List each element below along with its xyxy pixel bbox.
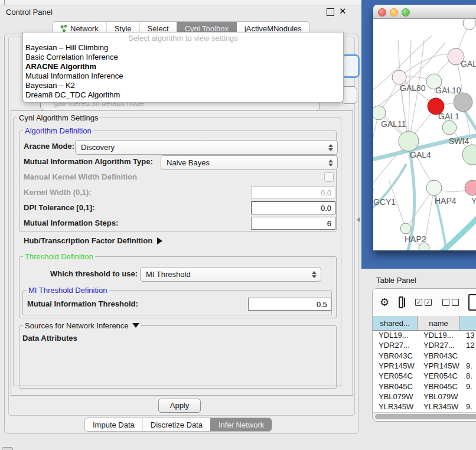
table-cell: YDR27... — [418, 341, 460, 350]
spinner-arrows-icon — [328, 159, 333, 167]
spinner-arrows-icon — [312, 271, 317, 278]
table-cell: 9. — [460, 361, 476, 370]
control-panel: Control Panel ✕ NetworkStyleSelectCyni T… — [0, 0, 361, 450]
algorithm-option-dream8-dc-tdc-algorithm[interactable]: Dream8 DC_TDC Algorithm — [25, 90, 341, 100]
which-threshold-select[interactable]: MI Threshold — [140, 267, 321, 282]
node-label: GCY1 — [373, 197, 396, 207]
network-node[interactable] — [419, 243, 429, 250]
minimize-traffic-light-icon[interactable] — [390, 8, 398, 17]
sources-group: Sources for Network Inference — [19, 321, 337, 389]
table-row[interactable]: YBL079WYBL079W — [373, 392, 476, 402]
table-cell: 9. — [460, 382, 476, 391]
network-node[interactable] — [463, 19, 476, 30]
deselect-all-icon[interactable] — [440, 299, 459, 306]
zoom-traffic-light-icon[interactable] — [402, 8, 410, 17]
tab-infer-network[interactable]: Infer Network — [210, 418, 272, 431]
node-label: GAL10 — [435, 86, 461, 95]
select-all-icon[interactable]: ✓✓ — [413, 299, 432, 306]
hub-definition-toggle[interactable]: Hub/Transcription Factor Definition — [24, 236, 162, 245]
kernel-width-label: Kernel Width (0,1): — [24, 188, 92, 197]
network-graph: GALGAL80GAL10GAL1GAL11SWI4GAL4GCY1HAP4YH… — [373, 19, 476, 250]
network-node-swi4[interactable] — [442, 120, 457, 135]
node-label: GAL1 — [438, 112, 459, 121]
kernel-width-field[interactable] — [251, 186, 335, 199]
table-cell: 8. — [460, 371, 476, 380]
algorithm-option-mutual-information-inference[interactable]: Mutual Information Inference — [25, 71, 341, 81]
mi-type-select[interactable]: Naive Bayes — [161, 155, 338, 170]
table-cell: YER054C — [418, 371, 460, 380]
network-nodes: GALGAL80GAL10GAL1GAL11SWI4GAL4GCY1HAP4YH… — [373, 19, 476, 250]
aracne-mode-select[interactable]: Discovery — [75, 140, 338, 155]
mi-steps-field[interactable] — [251, 217, 335, 230]
aracne-mode-label: Aracne Mode: — [24, 142, 74, 151]
table-row[interactable]: YPR145WYPR145W9. — [373, 361, 476, 371]
group-title: MI Threshold Definition — [27, 286, 109, 295]
table-row[interactable]: YER054CYER054C8. — [373, 371, 476, 381]
network-node[interactable] — [462, 145, 476, 165]
split-columns-icon[interactable] — [399, 296, 403, 308]
table-row[interactable]: YLR345WYLR345W9. — [373, 402, 476, 412]
network-node-hap4[interactable] — [426, 180, 442, 195]
table-cell: YPR145W — [373, 361, 418, 370]
manual-kernel-label: Manual Kernel Width Definition — [24, 172, 137, 181]
table-cell: YBL079W — [373, 392, 418, 401]
network-node-y[interactable] — [465, 180, 476, 195]
dpi-tolerance-field[interactable] — [251, 201, 335, 214]
spinner-arrows-icon — [328, 144, 333, 151]
algorithm-option-bayesian-k2[interactable]: Bayesian – K2 — [25, 81, 341, 90]
splitter-collapse-arrow[interactable] — [357, 217, 360, 222]
sources-toggle[interactable]: Sources for Network Inference — [23, 321, 141, 330]
table-header-row: shared...name — [373, 316, 476, 331]
network-node-gal4[interactable] — [399, 131, 419, 151]
gear-icon[interactable]: ⚙ — [380, 297, 389, 308]
algorithm-option-bayesian-hill-climbing[interactable]: Bayesian – Hill Climbing — [25, 43, 341, 53]
table-cell: YBR045C — [418, 382, 460, 391]
column-header-shared[interactable]: shared... — [373, 316, 418, 330]
group-title: Cyni Algorithm Settings — [17, 113, 100, 122]
mi-threshold-field[interactable] — [248, 298, 331, 311]
table-cell: 13 — [460, 331, 476, 340]
manual-kernel-checkbox[interactable] — [324, 172, 334, 182]
table-doc-icon[interactable] — [468, 294, 476, 311]
table-cell: YPR145W — [418, 361, 460, 370]
node-label: HAP2 — [405, 234, 426, 244]
tab-label: Impute Data — [93, 420, 135, 429]
control-panel-titlebar: Control Panel ✕ — [0, 5, 361, 19]
apply-button[interactable]: Apply — [158, 399, 201, 413]
table-window: ⚙ ✓✓ shared...name YDL19...YDL19...13YDR… — [372, 288, 476, 422]
column-header-2[interactable] — [460, 316, 476, 330]
cyni-bottom-tabbar: Impute DataDiscretize DataInfer Network — [84, 418, 272, 432]
algorithm-options: Bayesian – Hill ClimbingBasic Correlatio… — [25, 43, 341, 100]
table-row[interactable]: YDR27...YDR27...12 — [373, 340, 476, 350]
column-header-name[interactable]: name — [418, 316, 460, 330]
float-window-icon[interactable] — [327, 8, 334, 16]
network-window-titlebar[interactable] — [373, 5, 476, 19]
table-panel-title: Table Panel — [376, 276, 416, 285]
algorithm-option-aracne-algorithm[interactable]: ARACNE Algorithm — [25, 62, 341, 71]
algorithm-option-basic-correlation-inference[interactable]: Basic Correlation Inference — [25, 53, 341, 62]
network-window[interactable]: GALGAL80GAL10GAL1GAL11SWI4GAL4GCY1HAP4YH… — [373, 5, 476, 250]
network-node-gal80[interactable] — [392, 70, 406, 84]
table-row[interactable]: YBR045CYBR045C9. — [373, 381, 476, 391]
network-node-gal11[interactable] — [373, 106, 386, 120]
table-row[interactable]: YBR043CYBR043C — [373, 351, 476, 361]
close-icon[interactable]: ✕ — [339, 6, 347, 17]
network-canvas[interactable]: GALGAL80GAL10GAL1GAL11SWI4GAL4GCY1HAP4YH… — [373, 19, 476, 250]
data-attributes-label: Data Attributes — [22, 334, 77, 343]
table-scrollbar-thumb[interactable] — [375, 414, 476, 419]
node-label: Y — [471, 196, 476, 206]
network-node-hap2[interactable] — [400, 223, 411, 234]
close-traffic-light-icon[interactable] — [378, 8, 386, 17]
tab-discretize-data[interactable]: Discretize Data — [142, 418, 210, 431]
table-cell: YLR345W — [418, 402, 460, 411]
dropdown-prompt: Select algorithm to view settings — [23, 34, 343, 43]
tab-impute-data[interactable]: Impute Data — [85, 418, 142, 431]
group-title: Algorithm Definition — [23, 126, 93, 135]
network-node[interactable] — [454, 93, 472, 112]
table-cell: YBR043C — [418, 351, 460, 360]
table-row[interactable]: YDL19...YDL19...13 — [373, 330, 476, 340]
table-horizontal-scrollbar[interactable] — [373, 412, 476, 420]
which-threshold-label: Which threshold to use: — [50, 269, 138, 278]
settings-viewport: Cyni Algorithm Settings Algorithm Defini… — [11, 110, 353, 396]
dock-corner-icon[interactable] — [2, 447, 13, 450]
